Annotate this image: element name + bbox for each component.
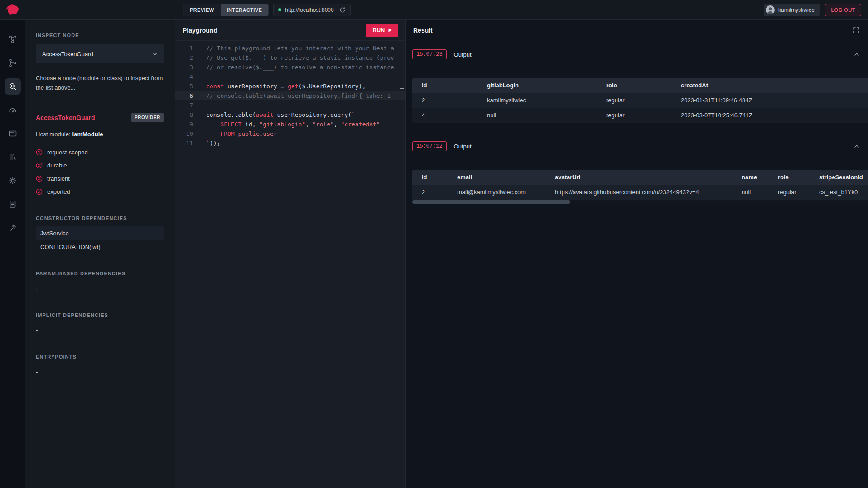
flag-label: transient bbox=[47, 175, 70, 182]
code-line[interactable]: 4 bbox=[175, 72, 405, 81]
code-line[interactable]: 5const userRepository = get($.UserReposi… bbox=[175, 81, 405, 91]
table-row[interactable]: 2mail@kamilmysliwiec.comhttps://avatars.… bbox=[412, 185, 868, 200]
gear-icon bbox=[5, 172, 21, 189]
nest-logo[interactable] bbox=[0, 3, 25, 17]
circle-x-icon bbox=[36, 149, 43, 156]
rail-item-graph[interactable] bbox=[0, 28, 25, 51]
tab-interactive[interactable]: INTERACTIVE bbox=[221, 4, 269, 16]
line-number: 7 bbox=[175, 100, 199, 110]
table-cell: 2023-03-07T10:25:46.741Z bbox=[671, 112, 868, 119]
code-line[interactable]: 6// console.table(await userRepository.f… bbox=[175, 91, 405, 100]
logout-button[interactable]: LOG OUT bbox=[825, 4, 861, 16]
node-select-value: AccessTokenGuard bbox=[42, 51, 93, 57]
username: kamilmysliwiec bbox=[778, 7, 814, 13]
code-line[interactable]: 9 SELECT id, "gitlabLogin", "role", "cre… bbox=[175, 120, 405, 129]
table-header-cell: id bbox=[412, 82, 477, 89]
code-line[interactable]: 7 bbox=[175, 100, 405, 110]
play-icon: ▶ bbox=[389, 28, 392, 32]
line-number: 3 bbox=[175, 62, 199, 72]
provider-badge: PROVIDER bbox=[131, 113, 164, 122]
line-number: 9 bbox=[175, 120, 199, 129]
rail-item-inspect[interactable] bbox=[0, 75, 25, 98]
table-cell: 2 bbox=[412, 97, 477, 104]
maximize-icon[interactable] bbox=[853, 27, 860, 34]
dependency-item[interactable]: CONFIGURATION(jwt) bbox=[36, 240, 164, 254]
rail-item-panel[interactable] bbox=[0, 122, 25, 145]
line-number: 2 bbox=[175, 53, 199, 62]
lifecycle-flag: request-scoped bbox=[36, 146, 164, 159]
inspect-hint: Choose a node (module or class) to inspe… bbox=[36, 73, 164, 92]
collapse-chevron-icon[interactable] bbox=[854, 51, 860, 57]
code-text: console.table(await userRepository.query… bbox=[199, 110, 355, 120]
table-cell: regular bbox=[597, 97, 671, 104]
inspect-node-heading: INSPECT NODE bbox=[36, 33, 164, 38]
code-text bbox=[199, 100, 206, 110]
refresh-icon[interactable] bbox=[339, 7, 346, 13]
run-button[interactable]: RUN ▶ bbox=[366, 24, 398, 37]
nav-rail bbox=[0, 20, 25, 488]
table-header-cell: id bbox=[412, 174, 448, 181]
node-row: AccessTokenGuard PROVIDER bbox=[36, 113, 164, 122]
books-icon bbox=[5, 149, 21, 165]
table-cell: regular bbox=[597, 112, 671, 119]
output-label: Output bbox=[454, 143, 472, 150]
user-chip[interactable]: kamilmysliwiec bbox=[764, 4, 820, 16]
circle-x-icon bbox=[36, 162, 43, 169]
rail-item-library[interactable] bbox=[0, 145, 25, 169]
lifecycle-flag: transient bbox=[36, 172, 164, 185]
sidebar-section-heading: CONSTRUCTOR DEPENDENCIES bbox=[36, 215, 164, 221]
table-header-cell: role bbox=[597, 82, 671, 89]
sidebar: INSPECT NODE AccessTokenGuard Choose a n… bbox=[25, 20, 175, 488]
lifecycle-flag: durable bbox=[36, 159, 164, 172]
code-line[interactable]: 11`)); bbox=[175, 139, 405, 148]
dependency-item[interactable]: JwtService bbox=[36, 226, 164, 240]
table-row[interactable]: 4nullregular2023-03-07T10:25:46.741Z bbox=[412, 108, 868, 123]
output-card: 15:07:23OutputidgitlabLoginrolecreatedAt… bbox=[412, 47, 868, 123]
topbar: PREVIEWINTERACTIVE http://localhost:8000… bbox=[0, 0, 868, 20]
code-line[interactable]: 2// Use get($.___) to retrieve a static … bbox=[175, 53, 405, 62]
line-number: 8 bbox=[175, 110, 199, 120]
dependency-item: - bbox=[36, 282, 164, 295]
run-label: RUN bbox=[372, 27, 385, 33]
scrollbar-thumb[interactable] bbox=[412, 200, 570, 204]
table-header-cell: stripeSessionId bbox=[810, 174, 868, 181]
rail-item-audit[interactable] bbox=[0, 216, 25, 239]
code-text: FROM public.user bbox=[199, 129, 277, 139]
result-table: idgitlabLoginrolecreatedAt2kamilmysliwie… bbox=[412, 78, 868, 123]
table-header-cell: avatarUrl bbox=[545, 174, 732, 181]
collapse-chevron-icon[interactable] bbox=[854, 143, 860, 149]
table-header-cell: role bbox=[768, 174, 810, 181]
document-icon bbox=[5, 196, 21, 212]
host-module-value: IamModule bbox=[72, 131, 103, 138]
code-line[interactable]: 10 FROM public.user bbox=[175, 129, 405, 139]
nest-logo-icon bbox=[6, 3, 19, 17]
code-line[interactable]: 1// This playground lets you interact wi… bbox=[175, 43, 405, 53]
chevron-down-icon bbox=[152, 51, 158, 57]
table-cell: 2023-01-31T11:09:46.484Z bbox=[671, 97, 868, 104]
playground-title: Playground bbox=[183, 27, 217, 34]
lifecycle-flag: exported bbox=[36, 185, 164, 198]
rail-item-settings[interactable] bbox=[0, 169, 25, 192]
table-cell: mail@kamilmysliwiec.com bbox=[448, 189, 545, 196]
url-bar[interactable]: http://localhost:8000 bbox=[273, 4, 350, 16]
table-header-cell: createdAt bbox=[671, 82, 868, 89]
code-editor[interactable]: 1// This playground lets you interact wi… bbox=[175, 41, 405, 488]
horizontal-scrollbar[interactable] bbox=[412, 200, 868, 204]
node-name: AccessTokenGuard bbox=[36, 114, 95, 121]
table-cell: null bbox=[732, 189, 768, 196]
node-select[interactable]: AccessTokenGuard bbox=[36, 44, 164, 63]
result-panel: Result 15:07:23OutputidgitlabLoginrolecr… bbox=[406, 20, 868, 488]
code-line[interactable]: 8console.table(await userRepository.quer… bbox=[175, 110, 405, 120]
code-line[interactable]: 3// or resolve($.___) to resolve a non-s… bbox=[175, 62, 405, 72]
output-header: 15:07:12Output bbox=[412, 139, 868, 153]
rail-item-flow[interactable] bbox=[0, 51, 25, 75]
table-row[interactable]: 2kamilmysliwiecregular2023-01-31T11:09:4… bbox=[412, 93, 868, 108]
tab-preview[interactable]: PREVIEW bbox=[183, 4, 221, 16]
inspect-magnifier-icon bbox=[5, 78, 21, 95]
topbar-right: kamilmysliwiec LOG OUT bbox=[764, 4, 861, 16]
rail-item-performance[interactable] bbox=[0, 98, 25, 122]
main-layout: INSPECT NODE AccessTokenGuard Choose a n… bbox=[0, 20, 868, 488]
rail-item-docs[interactable] bbox=[0, 192, 25, 216]
output-card: 15:07:12OutputidemailavatarUrlnamerolest… bbox=[412, 139, 868, 204]
host-module: Host module:IamModule bbox=[36, 131, 164, 138]
